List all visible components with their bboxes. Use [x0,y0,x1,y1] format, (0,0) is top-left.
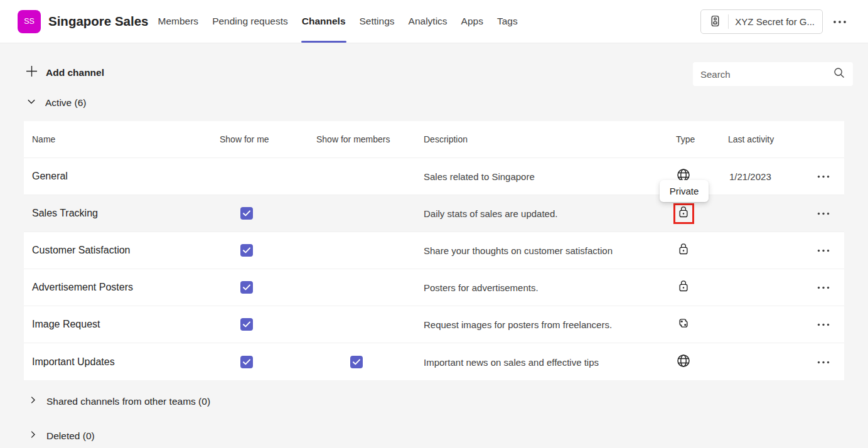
check-icon [243,284,250,291]
tab-apps[interactable]: Apps [454,0,490,43]
channel-row[interactable]: Image RequestRequest images for posters … [24,306,844,343]
channel-name: Advertisement Posters [32,282,133,293]
channel-row[interactable]: Customer SatisfactionShare your thoughts… [24,232,844,269]
table-body: GeneralSales related to Singapore1/21/20… [24,158,844,380]
row-more-button[interactable] [813,353,833,370]
more-horizontal-icon [817,246,830,255]
check-icon [243,321,250,328]
row-more-button[interactable] [813,279,833,296]
show-for-members-checkbox[interactable] [350,356,363,368]
channel-row[interactable]: GeneralSales related to Singapore1/21/20… [24,158,844,195]
pinned-app-label: XYZ Secret for G... [735,16,815,27]
channel-type-cell [672,276,695,299]
channel-description: Important news on sales and effective ti… [424,356,599,367]
last-activity: 1/21/2023 [729,171,771,182]
channels-table: NameShow for meShow for membersDescripti… [24,121,844,380]
divider [728,14,729,29]
channel-description: Sales related to Singapore [424,171,535,182]
channel-description: Daily stats of sales are updated. [424,208,557,219]
column-header-show-for-me: Show for me [220,134,269,144]
deleted-section-toggle[interactable]: Deleted (0) [28,430,95,442]
tab-channels[interactable]: Channels [295,0,353,43]
channel-name: Sales Tracking [32,208,98,219]
tab-members[interactable]: Members [151,0,206,43]
tab-label: Apps [461,16,483,27]
tab-pending-requests[interactable]: Pending requests [205,0,295,43]
search-box [693,62,853,86]
channel-name: Image Request [32,319,100,330]
show-for-me-checkbox[interactable] [240,281,253,294]
lock-icon [677,205,690,221]
private-tooltip: Private [660,180,709,202]
tab-label: Settings [360,16,395,27]
show-for-me-checkbox[interactable] [240,207,253,220]
channel-type-cell [672,239,695,262]
tab-label: Members [158,16,199,27]
lock-icon [677,279,690,296]
team-header: SS Singapore Sales MembersPending reques… [0,0,868,43]
row-more-button[interactable] [813,168,833,185]
row-more-button[interactable] [813,316,833,333]
more-horizontal-icon [817,209,830,218]
channel-name: Important Updates [32,356,115,368]
check-icon [243,359,250,365]
more-horizontal-icon [817,283,830,292]
header-more-button[interactable] [829,14,850,29]
team-name: Singapore Sales [48,14,149,29]
column-header-name: Name [32,134,55,144]
shared-channels-section-toggle[interactable]: Shared channels from other teams (0) [28,395,210,407]
team-avatar: SS [18,10,41,33]
show-for-me-checkbox[interactable] [240,244,253,257]
column-header-show-for-members: Show for members [316,134,390,144]
tab-label: Pending requests [212,16,288,27]
lock-icon [677,242,690,259]
table-header-row: NameShow for meShow for membersDescripti… [24,121,844,158]
channel-description: Request images for posters from freelanc… [424,319,612,330]
channel-type-cell [672,313,695,336]
row-more-button[interactable] [813,242,833,259]
column-header-type: Type [676,134,695,144]
active-section-label: Active (6) [45,97,86,109]
add-channel-button[interactable]: Add channel [26,65,104,80]
channel-row[interactable]: Advertisement PostersPosters for adverti… [24,269,844,306]
column-header-last-activity: Last activity [728,134,774,144]
tab-label: Analytics [409,16,447,27]
tab-analytics[interactable]: Analytics [402,0,454,43]
channel-name: Customer Satisfaction [32,245,131,256]
channel-description: Posters for advertisements. [424,282,538,293]
chevron-right-icon [28,430,38,442]
more-horizontal-icon [817,320,830,329]
row-more-button[interactable] [813,205,833,222]
channel-description: Share your thoughts on customer satisfac… [424,245,613,256]
show-for-me-checkbox[interactable] [240,318,253,331]
pinned-app-button[interactable]: XYZ Secret for G... [700,9,823,34]
check-icon [353,359,360,365]
channel-row[interactable]: Important UpdatesImportant news on sales… [24,343,844,380]
header-right: XYZ Secret for G... [700,0,850,43]
search-icon[interactable] [833,67,845,82]
active-section-toggle[interactable]: Active (6) [26,97,86,109]
channel-name: General [32,171,68,182]
check-icon [243,247,250,253]
nav-tabs: MembersPending requestsChannelsSettingsA… [151,0,525,43]
shared-channel-icon [677,316,690,333]
tab-label: Channels [302,16,346,27]
plus-icon [26,65,38,80]
globe-icon [676,353,691,371]
shared-channels-section-label: Shared channels from other teams (0) [46,396,210,407]
show-for-me-checkbox[interactable] [240,356,253,368]
tab-label: Tags [497,16,518,27]
more-horizontal-icon [817,172,830,181]
more-horizontal-icon [833,17,847,26]
chevron-down-icon [26,97,36,109]
channel-type-cell [672,202,695,225]
bot-icon [709,14,722,29]
search-input[interactable] [700,69,833,80]
more-horizontal-icon [817,357,830,366]
highlight-red-box [673,203,694,224]
channel-row[interactable]: Sales TrackingDaily stats of sales are u… [24,195,844,232]
check-icon [243,210,250,216]
tab-settings[interactable]: Settings [353,0,402,43]
column-header-description: Description [424,134,468,144]
tab-tags[interactable]: Tags [490,0,525,43]
